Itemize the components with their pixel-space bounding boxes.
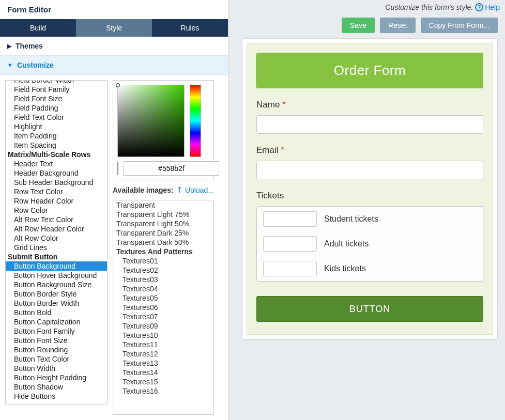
prop-item[interactable]: Button Width	[6, 364, 107, 373]
prop-item[interactable]: Button Font Size	[6, 336, 107, 345]
form-card: Order Form Name * Email * Tickets	[247, 43, 493, 335]
prop-item[interactable]: Button Hover Background	[6, 271, 107, 280]
prop-item[interactable]: Alt Row Text Color	[6, 215, 107, 224]
help-icon: ?	[475, 3, 483, 11]
hex-input[interactable]	[124, 161, 219, 176]
prop-item[interactable]: Hide Buttons	[6, 392, 107, 401]
tab-rules[interactable]: Rules	[152, 19, 228, 37]
tab-build[interactable]: Build	[0, 19, 76, 37]
prop-item[interactable]: Field Text Color	[6, 113, 107, 122]
property-list[interactable]: Field Border Width Field Font Family Fie…	[5, 80, 108, 405]
section-themes[interactable]: Themes	[0, 37, 228, 56]
prop-item[interactable]: Field Font Size	[6, 94, 107, 103]
customize-panels: Field Border Width Field Font Family Fie…	[0, 75, 228, 420]
prop-item[interactable]: Button Background Size	[6, 280, 107, 289]
email-label: Email	[256, 145, 279, 155]
image-item[interactable]: Transparent	[113, 200, 213, 210]
image-item[interactable]: Textures13	[113, 359, 213, 368]
image-item[interactable]: Textures09	[113, 321, 213, 331]
image-item[interactable]: Transparent Dark 50%	[113, 238, 213, 247]
prop-item[interactable]: Button Capitalization	[6, 317, 107, 326]
prop-item[interactable]: Row Color	[6, 206, 107, 215]
field-name: Name *	[256, 100, 483, 134]
field-email: Email *	[256, 145, 483, 179]
image-item[interactable]: Textures14	[113, 368, 213, 377]
prop-item[interactable]: Alt Row Header Color	[6, 224, 107, 234]
ticket-row: Kids tickets	[257, 256, 483, 281]
image-item[interactable]: Textures06	[113, 303, 213, 312]
prop-item[interactable]: Field Padding	[6, 103, 107, 113]
copy-from-form-button[interactable]: Copy From Form...	[421, 18, 498, 33]
image-item[interactable]: Transparent Light 50%	[113, 219, 213, 228]
prop-item[interactable]: Header Background	[6, 168, 107, 178]
ticket-input-student[interactable]	[263, 211, 317, 227]
image-item[interactable]: Textures10	[113, 331, 213, 340]
section-themes-label: Themes	[16, 42, 43, 50]
help-label: Help	[485, 3, 500, 11]
prop-item[interactable]: Button Rounding	[6, 345, 107, 354]
prop-item[interactable]: Sub Header Background	[6, 178, 107, 187]
image-item[interactable]: Textures15	[113, 377, 213, 386]
hue-slider[interactable]	[190, 85, 201, 157]
section-customize-label: Customize	[17, 61, 54, 69]
prop-item[interactable]: Header Text	[6, 159, 107, 168]
image-item[interactable]: Textures12	[113, 349, 213, 359]
prop-item[interactable]: Grid Lines	[6, 243, 107, 252]
tickets-label: Tickets	[256, 191, 483, 201]
ticket-input-kids[interactable]	[263, 261, 317, 276]
ticket-row: Student tickets	[257, 207, 483, 231]
prop-item[interactable]: Field Border Width	[6, 80, 107, 85]
prop-item[interactable]: Button Font Family	[6, 326, 107, 336]
prop-item[interactable]: Button Bold	[6, 308, 107, 317]
color-swatch	[117, 162, 118, 175]
image-item[interactable]: Textures02	[113, 266, 213, 275]
prop-item[interactable]: Button Shadow	[6, 382, 107, 392]
tickets-box: Student tickets Adult tickets Kids ticke…	[256, 206, 483, 282]
upload-label: Upload...	[185, 186, 214, 194]
prop-item[interactable]: Button Border Style	[6, 289, 107, 299]
image-list[interactable]: Transparent Transparent Light 75% Transp…	[113, 200, 214, 415]
prop-item[interactable]: Row Text Color	[6, 187, 107, 196]
prop-item[interactable]: Highlight	[6, 122, 107, 131]
prop-item[interactable]: Item Spacing	[6, 141, 107, 150]
saturation-value-box[interactable]	[117, 85, 185, 157]
image-item[interactable]: Transparent Dark 25%	[113, 228, 213, 238]
ticket-label: Adult tickets	[324, 239, 369, 248]
name-input[interactable]	[256, 115, 483, 134]
reset-button[interactable]: Reset	[380, 18, 416, 33]
save-button[interactable]: Save	[342, 18, 375, 33]
prop-item[interactable]: Item Padding	[6, 131, 107, 141]
prop-item[interactable]: Button Height Padding	[6, 373, 107, 382]
image-item[interactable]: Textures11	[113, 340, 213, 349]
help-link[interactable]: ? Help	[475, 3, 500, 11]
action-row: Save Reset Copy From Form...	[228, 11, 505, 38]
prop-item-selected[interactable]: Button Background	[6, 261, 107, 271]
upload-link[interactable]: ⤒ Upload...	[176, 185, 214, 195]
color-picker	[113, 80, 214, 180]
panel-title: Form Editor	[0, 0, 228, 19]
sv-handle[interactable]	[116, 83, 120, 87]
ticket-label: Student tickets	[324, 214, 378, 224]
image-item[interactable]: Textures16	[113, 386, 213, 396]
prop-item[interactable]: Button Text Color	[6, 354, 107, 364]
top-bar: Customize this form's style. ? Help	[228, 0, 505, 11]
email-input[interactable]	[256, 161, 483, 179]
tab-bar: Build Style Rules	[0, 19, 228, 37]
image-item[interactable]: Transparent Light 75%	[113, 210, 213, 219]
prop-item[interactable]: Row Header Color	[6, 196, 107, 206]
submit-button[interactable]: BUTTON	[256, 296, 483, 322]
prop-item[interactable]: Alt Row Color	[6, 234, 107, 243]
image-item[interactable]: Textures04	[113, 284, 213, 293]
left-panel: Form Editor Build Style Rules Themes Cus…	[0, 0, 228, 420]
ticket-label: Kids tickets	[324, 264, 366, 273]
image-item[interactable]: Textures05	[113, 293, 213, 303]
section-customize[interactable]: Customize	[0, 56, 228, 75]
image-item[interactable]: Textures01	[113, 256, 213, 266]
tab-style[interactable]: Style	[76, 19, 152, 37]
image-item[interactable]: Textures07	[113, 312, 213, 321]
prop-item[interactable]: Button Border Width	[6, 299, 107, 308]
style-hint: Customize this form's style.	[385, 3, 473, 11]
prop-item[interactable]: Field Font Family	[6, 85, 107, 94]
image-item[interactable]: Textures03	[113, 275, 213, 284]
ticket-input-adult[interactable]	[263, 236, 317, 252]
